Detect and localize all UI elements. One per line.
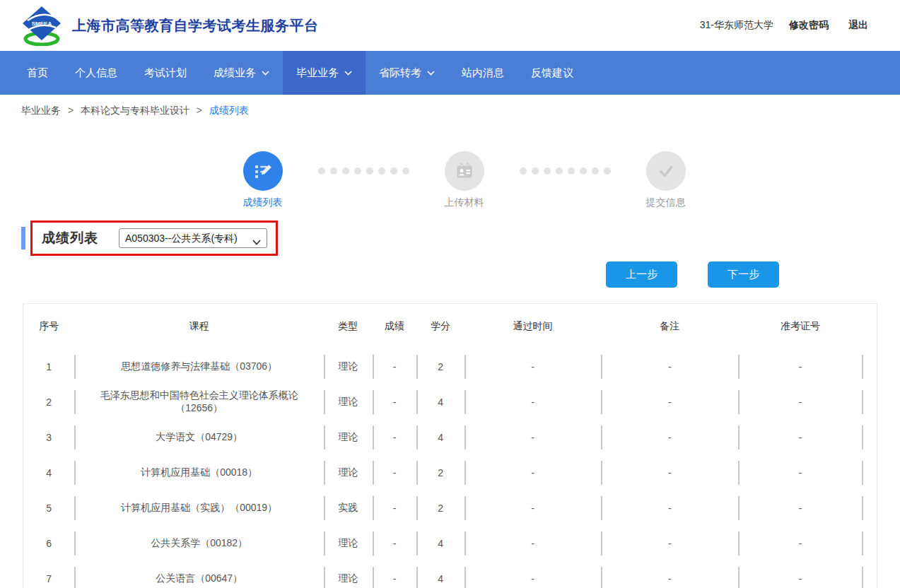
cell-seq: 6 [23,526,74,561]
cell-endcap [862,455,877,490]
score-list-icon [243,151,283,191]
table-row: 1 思想道德修养与法律基础（03706） 理论 - 2 - - - [23,349,877,384]
cell-remark: - [601,455,738,490]
user-school-label: 31-华东师范大学 [700,19,773,32]
table-row: 3 大学语文（04729） 理论 - 4 - - - [23,420,877,455]
nav-item-exam-plan[interactable]: 考试计划 [131,51,200,95]
cell-course: 计算机应用基础（实践）（00019） [74,490,323,526]
cell-pass-time: - [464,349,601,384]
cell-admission-no: - [738,561,862,588]
cell-type: 实践 [324,490,373,526]
cell-seq: 4 [23,455,74,490]
prev-step-button[interactable]: 上一步 [606,261,677,288]
cell-endcap [862,526,877,561]
step-label: 提交信息 [646,196,686,209]
header-right: 31-华东师范大学 修改密码 退出 [700,19,868,32]
cell-remark: - [601,526,738,561]
cell-seq: 7 [23,561,74,588]
col-header-score: 成绩 [373,304,417,349]
cell-admission-no: - [738,384,862,420]
cell-seq: 5 [23,490,74,526]
score-table: 序号 课程 类型 成绩 学分 通过时间 备注 准考证号 1 思想道德修养与法律基… [23,303,877,588]
step-upload-materials: 上传材料 [431,151,498,209]
col-header-seq: 序号 [23,304,74,349]
change-password-link[interactable]: 修改密码 [789,19,829,32]
nav-item-score-services[interactable]: 成绩业务 [200,51,283,95]
chevron-down-icon [344,71,352,76]
breadcrumb-separator: > [68,105,74,116]
cell-score: - [373,349,417,384]
step-label: 上传材料 [445,196,484,209]
cell-remark: - [601,349,738,384]
cell-credit: 4 [416,420,464,455]
breadcrumb-item-current: 成绩列表 [209,105,249,116]
nav-label: 反馈建议 [531,66,573,80]
nav-item-feedback[interactable]: 反馈建议 [518,51,587,95]
cell-credit: 2 [416,455,464,490]
progress-dots [318,167,409,175]
nav-item-personal-info[interactable]: 个人信息 [62,51,131,95]
cell-endcap [862,490,877,526]
cell-credit: 2 [416,490,464,526]
cell-type: 理论 [324,384,373,420]
breadcrumb-item[interactable]: 毕业业务 [21,105,61,116]
cell-admission-no: - [738,490,862,526]
step-label: 成绩列表 [243,196,283,209]
cell-score: - [373,526,417,561]
chevron-down-icon [262,71,269,76]
col-header-endcap [862,304,877,349]
app-header: SMEEA 上海市高等教育自学考试考生服务平台 31-华东师范大学 修改密码 退… [0,0,900,51]
col-header-credit: 学分 [416,304,464,349]
brand: SMEEA 上海市高等教育自学考试考生服务平台 [18,5,319,46]
cell-pass-time: - [464,420,601,455]
nav-label: 成绩业务 [214,66,256,80]
cell-course: 毛泽东思想和中国特色社会主义理论体系概论（12656） [74,384,323,420]
cell-score: - [373,455,417,490]
table-row: 4 计算机应用基础（00018） 理论 - 2 - - - [23,455,877,490]
breadcrumb: 毕业业务 > 本科论文与专科毕业设计 > 成绩列表 [21,105,900,117]
cell-pass-time: - [464,384,601,420]
table-row: 5 计算机应用基础（实践）（00019） 实践 - 2 - - - [23,490,877,526]
platform-logo-icon: SMEEA [18,5,65,46]
cell-seq: 3 [23,420,74,455]
table-row: 2 毛泽东思想和中国特色社会主义理论体系概论（12656） 理论 - 4 - -… [23,384,877,420]
nav-item-home[interactable]: 首页 [13,51,62,95]
cell-pass-time: - [464,561,601,588]
logout-link[interactable]: 退出 [848,19,868,32]
cell-admission-no: - [738,526,862,561]
cell-seq: 2 [23,384,74,420]
major-select[interactable]: A050303--公共关系(专科) [119,228,267,248]
nav-label: 站内消息 [462,66,504,80]
cell-pass-time: - [464,455,601,490]
nav-item-interprovincial-transfer[interactable]: 省际转考 [366,51,448,95]
nav-label: 个人信息 [75,66,117,80]
cell-remark: - [601,384,738,420]
breadcrumb-item[interactable]: 本科论文与专科毕业设计 [81,105,189,116]
cell-course: 计算机应用基础（00018） [74,455,323,490]
cell-remark: - [601,490,738,526]
submit-info-check-icon [646,151,686,191]
col-header-type: 类型 [324,304,373,349]
cell-endcap [862,420,877,455]
cell-score: - [373,490,417,526]
cell-credit: 2 [416,349,464,384]
cell-seq: 1 [23,349,74,384]
accent-bar [21,227,25,249]
cell-score: - [373,420,417,455]
section-title: 成绩列表 [42,229,98,247]
progress-dots [520,167,611,175]
upload-materials-icon [445,151,484,191]
col-header-admission-no: 准考证号 [738,304,862,349]
cell-type: 理论 [324,349,373,384]
cell-course: 公共关系学（00182） [74,526,323,561]
col-header-pass-time: 通过时间 [464,304,601,349]
nav-item-graduation-services[interactable]: 毕业业务 [283,51,366,95]
nav-label: 省际转考 [379,66,421,80]
cell-credit: 4 [416,526,464,561]
nav-item-site-messages[interactable]: 站内消息 [448,51,518,95]
next-step-button[interactable]: 下一步 [708,261,779,288]
nav-label: 考试计划 [144,66,187,80]
cell-score: - [373,561,417,588]
cell-remark: - [601,561,738,588]
step-indicator: 成绩列表 上传材料 提交信息 [0,151,900,209]
